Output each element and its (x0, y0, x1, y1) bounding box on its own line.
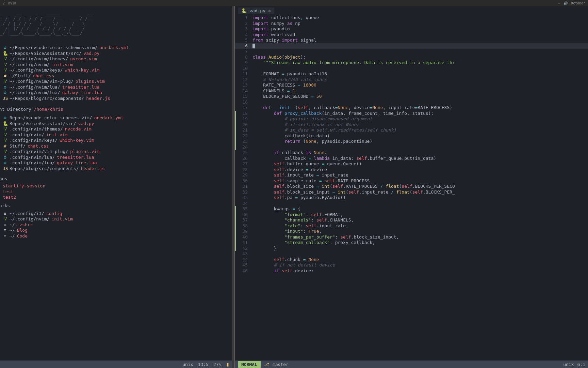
code-text: class Audio(object): (251, 55, 306, 60)
code-line[interactable]: 23 return (None, pyaudio.paContinue) (235, 139, 588, 144)
code-line[interactable]: 7 (235, 49, 588, 55)
code-line[interactable]: 22 callback(in_data) (235, 133, 588, 139)
close-icon[interactable]: ✕ (268, 8, 271, 13)
code-line[interactable]: 15 BLOCKS_PER_SECOND = 50 (235, 94, 588, 99)
code-line[interactable]: 27 self.buffer_queue = queue.Queue() (235, 161, 588, 167)
code-line[interactable]: 13 RATE_PROCESS = 16000 (235, 82, 588, 88)
file-entry[interactable]: ≡~/.config/i3/config (0, 211, 232, 217)
wifi-icon[interactable]: ▾ (558, 1, 560, 5)
code-line[interactable]: 16 (235, 99, 588, 105)
code-line[interactable]: 36 "format": self.FORMAT, (235, 212, 588, 218)
code-line[interactable]: 9 """Streams raw audio from microphone. … (235, 60, 588, 66)
editor-pane[interactable]: 🐍 vad.py ✕ 1import collections, queue2im… (234, 6, 588, 368)
code-text: # Network/VAD rate-space (251, 77, 327, 83)
file-entry[interactable]: ≡~/Code (0, 233, 232, 239)
code-line[interactable]: 18 def proxy_callback(in_data, frame_cou… (235, 111, 588, 117)
code-line[interactable]: 3import pyaudio (235, 26, 588, 32)
code-line[interactable]: 37 "channels": self.CHANNELS, (235, 217, 588, 223)
file-entry[interactable]: 🐍Repos/VoiceAssistant/src/vad.py (0, 121, 232, 127)
file-entry[interactable]: V.config/nvim/init.vim (0, 132, 232, 138)
file-path-prefix: ~/.config/nvim/keys/ (10, 67, 63, 73)
file-entry[interactable]: V~/.config/nvim/init.vim (0, 216, 232, 222)
code-line[interactable]: 46 if self.device: (235, 268, 588, 274)
session-entry[interactable]: startify-session (0, 183, 232, 189)
buffer-tab-vad[interactable]: 🐍 vad.py ✕ (238, 7, 274, 14)
file-path-prefix: ~/.config/nvim/ (10, 62, 49, 68)
file-entry[interactable]: JSRepos/blog/src/components/header.js (0, 166, 232, 172)
file-entry[interactable]: V~/.config/nvim/themes/nvcode.vim (0, 56, 232, 62)
code-line[interactable]: 24 (235, 144, 588, 150)
code-line[interactable]: 44 self.chunk = None (235, 257, 588, 263)
file-entry[interactable]: #~/Stuff/chat.css (0, 73, 232, 79)
session-entry[interactable]: test2 (0, 195, 232, 200)
code-line[interactable]: 32 self.block_size_input = int(self.inpu… (235, 189, 588, 195)
code-line[interactable]: 42 } (235, 246, 588, 251)
line-number: 16 (236, 99, 251, 105)
workspace-indicator[interactable]: 2 (3, 1, 5, 5)
code-line[interactable]: 17 def __init__(self, callback=None, dev… (235, 105, 588, 111)
code-line[interactable]: 11 FORMAT = pyaudio.paInt16 (235, 71, 588, 77)
code-line[interactable]: 38 "rate": self.input_rate, (235, 223, 588, 229)
code-line[interactable]: 41 "stream_callback": proxy_callback, (235, 240, 588, 246)
code-line[interactable]: 8class Audio(object): (235, 55, 588, 60)
code-line[interactable]: 26 callback = lambda in_data: self.buffe… (235, 156, 588, 162)
gear-icon: ⚙ (3, 90, 7, 96)
code-line[interactable]: 25 if callback is None: (235, 150, 588, 156)
code-line[interactable]: 1import collections, queue (235, 15, 588, 21)
gear-icon: ⚙ (3, 85, 7, 90)
code-line[interactable]: 20 # if self.chunk is not None: (235, 122, 588, 128)
code-line[interactable]: 45 # if not default device (235, 262, 588, 268)
code-line[interactable]: 19 # pylint: disable=unused-argument (235, 116, 588, 122)
line-number: 20 (236, 122, 251, 128)
code-line[interactable]: 30 self.sample_rate = self.RATE_PROCESS (235, 178, 588, 184)
code-line[interactable]: 14 CHANNELS = 1 (235, 88, 588, 94)
code-line[interactable]: 4import webrtcvad (235, 32, 588, 38)
code-line[interactable]: 34 (235, 201, 588, 206)
code-line[interactable]: 12 # Network/VAD rate-space (235, 77, 588, 83)
file-entry[interactable]: ≡~/Blog (0, 228, 232, 233)
line-number: 24 (236, 144, 251, 150)
file-entry[interactable]: JS~/Repos/blog/src/components/header.js (0, 96, 232, 102)
file-entry[interactable]: #Stuff/chat.css (0, 143, 232, 149)
code-line[interactable]: 10 (235, 66, 588, 72)
code-line[interactable]: 39 "input": True, (235, 229, 588, 234)
code-line[interactable]: 43 (235, 251, 588, 257)
code-line[interactable]: 40 "frames_per_buffer": self.block_size_… (235, 234, 588, 240)
file-entry[interactable]: ⚙.config/nvim/lua/treesitter.lua (0, 155, 232, 160)
list-icon: ≡ (3, 233, 7, 239)
file-entry[interactable]: V.config/nvim/keys/which-key.vim (0, 138, 232, 143)
session-entry[interactable]: test (0, 189, 232, 195)
code-line[interactable]: 6 (235, 43, 588, 49)
code-line[interactable]: 33 self.pa = pyaudio.PyAudio() (235, 195, 588, 201)
line-number: 3 (236, 26, 251, 32)
code-line[interactable]: 2import numpy as np (235, 21, 588, 27)
file-entry[interactable]: ≡~/.zshrc (0, 222, 232, 228)
file-name: header.js (81, 166, 105, 172)
volume-icon[interactable]: 🔊 (564, 1, 568, 5)
file-name: galaxy-line.lua (62, 90, 102, 96)
file-name: which-key.vim (65, 67, 100, 73)
file-entry[interactable]: ⚙Repos/nvcode-color-schemes.vim/onedark.… (0, 115, 232, 121)
file-entry[interactable]: 🐍~/Repos/VoiceAssistant/src/vad.py (0, 51, 232, 57)
file-entry[interactable]: V~/.config/nvim/vim-plug/plugins.vim (0, 79, 232, 85)
code-line[interactable]: 21 # in_data = self.wf.readframes(self.c… (235, 127, 588, 133)
code-line[interactable]: 31 self.block_size = int(self.RATE_PROCE… (235, 184, 588, 189)
file-entry[interactable]: ⚙~/.config/nvim/lua/galaxy-line.lua (0, 90, 232, 96)
file-entry[interactable]: V~/.config/nvim/keys/which-key.vim (0, 67, 232, 73)
file-entry[interactable]: V.config/nvim/vim-plug/plugins.vim (0, 149, 232, 155)
file-entry[interactable]: ⚙.config/nvim/lua/galaxy-line.lua (0, 160, 232, 166)
code-text: def __init__(self, callback=None, device… (251, 105, 452, 111)
vim-icon: V (3, 132, 7, 138)
code-line[interactable]: 35 kwargs = { (235, 206, 588, 212)
file-entry[interactable]: ⚙~/.config/nvim/lua/treesitter.lua (0, 85, 232, 90)
vim-icon: V (3, 67, 7, 73)
code-line[interactable]: 29 self.input_rate = input_rate (235, 172, 588, 178)
file-entry[interactable]: V.config/nvim/themes/nvcode.vim (0, 126, 232, 132)
file-entry[interactable]: ⚙~/Repos/nvcode-color-schemes.vim/onedar… (0, 45, 232, 51)
line-number: 19 (236, 116, 251, 122)
code-line[interactable]: 5from scipy import signal (235, 37, 588, 43)
startify-pane[interactable]: __ ___ __ ______ __ / | /| / / | / / / _… (0, 6, 234, 368)
file-entry[interactable]: V~/.config/nvim/init.vim (0, 62, 232, 68)
code-line[interactable]: 28 self.device = device (235, 167, 588, 173)
code-editor[interactable]: 1import collections, queue2import numpy … (235, 15, 588, 361)
